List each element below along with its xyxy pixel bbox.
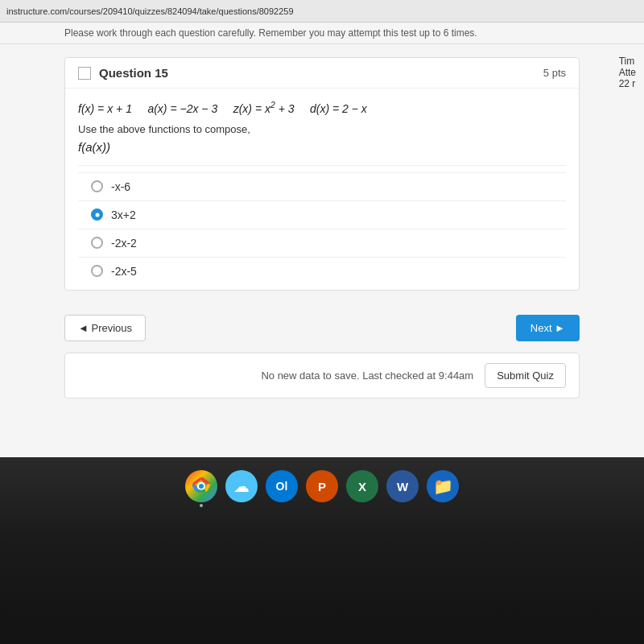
- question-title: Question 15: [99, 66, 168, 80]
- timer-panel: Tim Atte 22 r: [619, 56, 636, 89]
- options-list: -x-6 3x+2 -2x-2 -2x-5: [78, 172, 566, 285]
- option-3[interactable]: -2x-2: [78, 229, 566, 257]
- taskbar-word-icon[interactable]: W: [386, 470, 419, 502]
- option-2[interactable]: 3x+2: [78, 200, 566, 229]
- timer-label: Tim: [619, 56, 636, 67]
- page-content: Please work through each question carefu…: [0, 23, 644, 457]
- functions-line: f(x) = x + 1 a(x) = −2x − 3 z(x) = x2 + …: [78, 100, 566, 115]
- question-card: Question 15 5 pts f(x) = x + 1 a(x) = −2…: [64, 57, 580, 291]
- url-bar: instructure.com/courses/209410/quizzes/8…: [6, 6, 294, 16]
- timer-sublabel: Atte: [619, 67, 636, 78]
- question-flag-checkbox[interactable]: [78, 67, 91, 80]
- nav-buttons: ◄ Previous Next ►: [0, 315, 644, 341]
- compose-expression: f(a(x)): [78, 140, 566, 154]
- taskbar-outlook-icon[interactable]: Ol: [266, 470, 298, 502]
- taskbar-cloud-icon[interactable]: ☁: [225, 470, 258, 502]
- option-4-label: -2x-5: [111, 265, 137, 278]
- question-header-left: Question 15: [78, 66, 168, 80]
- question-header: Question 15 5 pts: [65, 58, 579, 89]
- option-2-label: 3x+2: [111, 208, 136, 221]
- taskbar-files-icon[interactable]: 📁: [427, 470, 459, 502]
- option-4[interactable]: -2x-5: [78, 257, 566, 285]
- radio-3[interactable]: [91, 237, 103, 249]
- instruction-text: Use the above functions to compose,: [78, 123, 566, 135]
- radio-2[interactable]: [91, 208, 103, 221]
- svg-point-2: [199, 484, 204, 489]
- taskbar-excel-icon[interactable]: X: [346, 470, 378, 502]
- chrome-active-dot: [200, 504, 203, 507]
- option-1[interactable]: -x-6: [78, 172, 566, 200]
- question-body: f(x) = x + 1 a(x) = −2x − 3 z(x) = x2 + …: [65, 89, 579, 290]
- radio-1[interactable]: [91, 180, 103, 192]
- submit-quiz-button[interactable]: Submit Quiz: [485, 363, 566, 388]
- taskbar-powerpoint-icon[interactable]: P: [306, 470, 338, 502]
- taskbar: ☁ Ol P X W 📁: [0, 457, 644, 644]
- option-1-label: -x-6: [111, 180, 130, 193]
- taskbar-chrome-icon[interactable]: [185, 470, 217, 502]
- timer-value: 22 r: [619, 78, 636, 89]
- quiz-container: Tim Atte 22 r Question 15 5 pts f(x) = x…: [0, 44, 644, 315]
- save-status: No new data to save. Last checked at 9:4…: [261, 369, 473, 382]
- question-points: 5 pts: [543, 67, 566, 79]
- divider: [78, 165, 566, 166]
- browser-bar: instructure.com/courses/209410/quizzes/8…: [0, 0, 644, 23]
- taskbar-icons: ☁ Ol P X W 📁: [185, 470, 459, 502]
- radio-4[interactable]: [91, 265, 103, 277]
- option-3-label: -2x-2: [111, 237, 137, 250]
- previous-button[interactable]: ◄ Previous: [64, 315, 146, 341]
- top-notice: Please work through each question carefu…: [0, 23, 644, 44]
- next-button[interactable]: Next ►: [516, 315, 580, 341]
- footer-bar: No new data to save. Last checked at 9:4…: [64, 353, 580, 398]
